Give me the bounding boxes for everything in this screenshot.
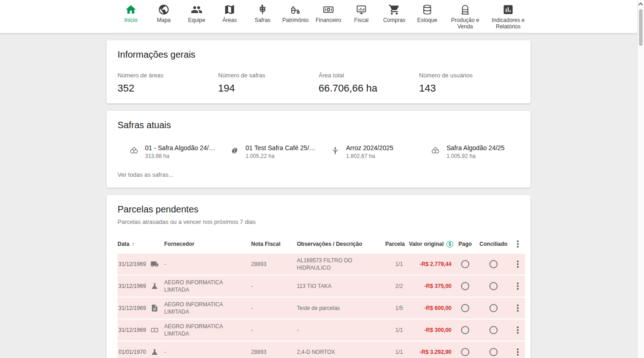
tractor-icon <box>290 3 301 16</box>
table-header-row: Data ↑ Fornecedor Nota Fiscal Observaçõe… <box>118 234 525 254</box>
cell-description: Teste de parcelas <box>297 304 385 312</box>
column-header-conciliado[interactable]: Conciliado <box>477 241 510 247</box>
cell-value: -R$ 300,00 <box>405 326 453 334</box>
kebab-menu-icon <box>517 263 519 265</box>
reconciled-radio[interactable] <box>489 348 498 356</box>
vertical-scrollbar[interactable] <box>637 0 644 358</box>
cell-description: 113 TIO TAKA <box>297 282 385 290</box>
nav-label-equipe: Equipe <box>188 17 205 23</box>
wheat-icon <box>257 3 268 16</box>
nav-label-fiscal: Fiscal <box>354 17 368 23</box>
cell-date: 31/12/1969 <box>118 326 150 334</box>
cell-invoice: 28893 <box>251 260 297 268</box>
cell-installment: 1/5 <box>385 304 405 312</box>
stat-safras: Número de safras 194 <box>218 72 319 94</box>
paid-radio[interactable] <box>461 304 469 312</box>
see-all-safras-link[interactable]: Ver todas as safras... <box>118 171 173 178</box>
nav-item-fiscal[interactable]: Fiscal <box>348 3 375 23</box>
installment-row[interactable]: 31/12/1969 AEGRO INFORMATICA LIMITADA - … <box>118 320 525 342</box>
nav-item-inicio[interactable]: Início <box>118 3 144 23</box>
stat-safras-label: Número de safras <box>218 72 319 79</box>
monitor-chart-icon <box>355 3 367 16</box>
safra-item-algodao-2[interactable]: Safra Algodão 24/25 1.005,92 ha <box>419 144 520 159</box>
safra-item-arroz[interactable]: Arroz 2024/2025 1.802,67 ha <box>319 144 419 159</box>
cell-installment: 1/1 <box>385 326 405 334</box>
nav-label-patrimonio: Patrimônio <box>282 17 308 23</box>
current-crops-list: 01 - Safra Algodão 24/… 313,98 ha 01 Tes… <box>118 144 520 159</box>
cell-supplier: - <box>164 348 251 356</box>
nav-item-mapa[interactable]: Mapa <box>150 3 177 23</box>
kebab-menu-icon <box>517 307 519 309</box>
kebab-menu-icon <box>517 285 519 287</box>
nav-label-compras: Compras <box>383 17 406 23</box>
cell-supplier: AEGRO INFORMATICA LIMITADA <box>164 323 251 337</box>
stat-usuarios-value: 143 <box>419 82 520 94</box>
reconciled-radio[interactable] <box>489 282 498 290</box>
pending-installments-subtitle: Parcelas atrasadas ou a vencer nos próxi… <box>118 218 525 225</box>
cotton-icon <box>129 145 140 156</box>
general-info-card: Informações gerais Número de áreas 352 N… <box>107 40 531 103</box>
map-icon <box>224 3 236 16</box>
row-menu-button[interactable] <box>510 260 525 269</box>
row-menu-button[interactable] <box>510 325 525 335</box>
cell-installment: 1/1 <box>385 260 405 268</box>
cell-supplier: AEGRO INFORMATICA LIMITADA <box>164 301 251 315</box>
nav-label-patrimonio: Safras <box>255 17 271 23</box>
nav-item-financeiro[interactable]: Financeiro <box>315 3 342 23</box>
stat-safras-value: 194 <box>218 82 319 94</box>
scroll-up-arrow-icon[interactable] <box>639 3 643 7</box>
column-header-pago[interactable]: Pago <box>453 241 477 247</box>
nav-item-estoque[interactable]: Estoque <box>414 3 440 23</box>
reconciled-radio[interactable] <box>489 326 498 334</box>
nav-item-equipe[interactable]: Equipe <box>183 3 210 23</box>
column-header-nota-fiscal[interactable]: Nota Fiscal <box>251 241 297 247</box>
column-header-observacoes[interactable]: Observações / Descrição <box>297 241 385 247</box>
people-icon <box>191 3 203 16</box>
paid-radio[interactable] <box>461 326 469 334</box>
reconciled-radio[interactable] <box>489 260 498 268</box>
table-header-menu-button[interactable] <box>510 243 525 245</box>
banknote-icon <box>322 3 334 16</box>
cell-value: -R$ 375,00 <box>405 282 453 290</box>
truck-icon <box>150 260 160 268</box>
cell-date: 01/01/1970 <box>118 348 150 356</box>
safra-name: 01 - Safra Algodão 24/… <box>145 144 215 152</box>
nav-item-producao-venda[interactable]: Produção e Venda <box>447 3 483 30</box>
pending-installments-card: Parcelas pendentes Parcelas atrasadas ou… <box>107 195 531 358</box>
installment-row[interactable]: 31/12/1969 AEGRO INFORMATICA LIMITADA - … <box>118 276 525 298</box>
safra-area: 1.005,92 ha <box>446 153 504 159</box>
cell-description: - <box>297 326 385 334</box>
safra-item-algodao-1[interactable]: 01 - Safra Algodão 24/… 313,98 ha <box>118 144 218 159</box>
paid-radio[interactable] <box>461 260 469 268</box>
kebab-menu-icon <box>517 243 519 245</box>
cell-installment: 2/2 <box>385 282 405 290</box>
cell-description: 2,4-D NORTOX <box>297 348 385 356</box>
nav-item-areas[interactable]: Áreas <box>216 3 243 23</box>
cell-invoice: - <box>251 304 297 312</box>
column-header-data[interactable]: Data ↑ <box>118 241 150 247</box>
paid-radio[interactable] <box>461 282 469 290</box>
paid-radio[interactable] <box>461 348 469 356</box>
column-header-parcela[interactable]: Parcela <box>385 241 405 247</box>
safra-item-cafe[interactable]: 01 Test Safra Café 25/… 1.005,22 ha <box>218 144 319 159</box>
safra-name: Safra Algodão 24/25 <box>446 144 504 152</box>
row-menu-button[interactable] <box>510 347 525 357</box>
row-menu-button[interactable] <box>510 304 525 313</box>
reconciled-radio[interactable] <box>489 304 498 312</box>
nav-item-safras[interactable]: Safras <box>249 3 276 23</box>
installment-row[interactable]: 01/01/1970 - 28893 2,4-D NORTOX 1/1 -R$ … <box>118 342 525 358</box>
row-menu-button[interactable] <box>510 282 525 291</box>
nav-item-indicadores-relatorios[interactable]: Indicadores e Relatórios <box>490 3 526 30</box>
column-header-fornecedor[interactable]: Fornecedor <box>164 241 251 247</box>
stat-area-total-value: 66.706,66 ha <box>319 82 419 94</box>
column-header-valor-original[interactable]: Valor original $ <box>405 241 453 248</box>
cell-installment: 1/1 <box>385 348 405 356</box>
top-navigation: Início Mapa Equipe Áreas Safras Patrimôn… <box>0 0 644 33</box>
installment-row[interactable]: 31/12/1969 - 28893 AL169573 FILTRO DO HI… <box>118 254 525 276</box>
installment-row[interactable]: 31/12/1969 AEGRO INFORMATICA LIMITADA - … <box>118 298 525 320</box>
currency-badge-icon: $ <box>446 241 453 248</box>
scrollbar-thumb[interactable] <box>639 9 643 46</box>
nav-item-patrimonio[interactable]: Patrimônio <box>282 3 309 23</box>
nav-item-compras[interactable]: Compras <box>381 3 408 23</box>
current-crops-card: Safras atuais 01 - Safra Algodão 24/… 31… <box>107 111 531 188</box>
